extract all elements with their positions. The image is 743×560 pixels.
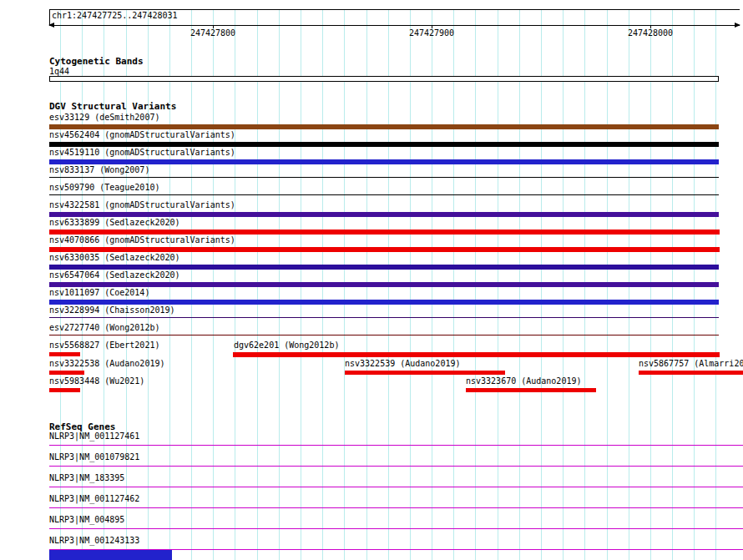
panel-top-border bbox=[49, 9, 740, 10]
variant-label[interactable]: nsv4070866 (gnomADStructuralVariants) bbox=[49, 235, 235, 245]
variant-label[interactable]: nsv3323670 (Audano2019) bbox=[466, 376, 581, 386]
variant-bar[interactable] bbox=[49, 282, 719, 287]
variant-label[interactable]: nsv4519110 (gnomADStructuralVariants) bbox=[49, 148, 235, 157]
ruler-left-arrow-icon bbox=[48, 23, 54, 28]
variant-bar[interactable] bbox=[466, 388, 596, 392]
region-title: chr1:247427725..247428031 bbox=[52, 11, 178, 20]
gene-line[interactable] bbox=[49, 528, 743, 529]
variant-bar[interactable] bbox=[49, 230, 720, 235]
gene-label[interactable]: NLRP3|NM_001127462 bbox=[49, 494, 139, 503]
gene-label[interactable]: NLRP3|NM_001127461 bbox=[49, 431, 139, 441]
variant-bar[interactable] bbox=[49, 159, 719, 164]
variant-bar[interactable] bbox=[49, 124, 719, 129]
gene-line[interactable] bbox=[49, 445, 743, 446]
variant-label[interactable]: nsv4562404 (gnomADStructuralVariants) bbox=[49, 130, 235, 139]
variant-bar[interactable] bbox=[49, 194, 719, 195]
dgv-section-title: DGV Structural Variants bbox=[49, 102, 176, 111]
cytoband-rect bbox=[49, 76, 719, 82]
variant-bar[interactable] bbox=[49, 212, 719, 217]
variant-bar[interactable] bbox=[49, 371, 84, 375]
variant-label[interactable]: nsv5568827 (Ebert2021) bbox=[49, 341, 159, 350]
variant-bar[interactable] bbox=[49, 247, 720, 252]
variant-bar[interactable] bbox=[49, 388, 80, 392]
variant-bar[interactable] bbox=[49, 177, 719, 178]
gene-label[interactable]: NLRP3|NM_183395 bbox=[49, 473, 124, 482]
variant-bar[interactable] bbox=[49, 335, 719, 335]
variant-bar[interactable] bbox=[49, 317, 719, 318]
variant-label[interactable]: nsv509790 (Teague2010) bbox=[49, 183, 159, 192]
refseq-section-title: RefSeq Genes bbox=[49, 422, 115, 431]
variant-bar[interactable] bbox=[233, 352, 720, 357]
ruler-tick-label: 247427800 bbox=[190, 28, 235, 38]
variant-bar[interactable] bbox=[49, 300, 719, 305]
ruler-right-arrow-icon bbox=[735, 23, 740, 28]
variant-label[interactable]: nsv5867757 (Almarri20 bbox=[639, 359, 743, 368]
variant-bar[interactable] bbox=[639, 371, 743, 375]
variant-label[interactable]: nsv6330035 (Sedlazeck2020) bbox=[49, 253, 180, 262]
cytoband-label: 1q44 bbox=[49, 67, 69, 76]
gene-label[interactable]: NLRP3|NM_001243133 bbox=[49, 536, 139, 545]
gene-line[interactable] bbox=[49, 487, 743, 487]
variant-label[interactable]: dgv62e201 (Wong2012b) bbox=[234, 341, 339, 350]
cytogenetic-section-title: Cytogenetic Bands bbox=[49, 57, 144, 66]
variant-label[interactable]: esv2727740 (Wong2012b) bbox=[49, 323, 159, 332]
variant-label[interactable]: nsv5983448 (Wu2021) bbox=[49, 376, 144, 386]
variant-label[interactable]: nsv1011097 (Coe2014) bbox=[49, 288, 149, 297]
gene-label[interactable]: NLRP3|NM_004895 bbox=[49, 515, 124, 524]
variant-label[interactable]: esv33129 (deSmith2007) bbox=[49, 113, 159, 122]
gene-line[interactable] bbox=[49, 507, 743, 508]
variant-label[interactable]: nsv3228994 (Chaisson2019) bbox=[49, 305, 175, 315]
ruler-tick-label: 247428000 bbox=[628, 28, 673, 38]
bottom-feature-box[interactable] bbox=[49, 550, 172, 560]
ruler-line bbox=[49, 25, 740, 26]
variant-label[interactable]: nsv3322539 (Audano2019) bbox=[345, 359, 460, 368]
variant-bar[interactable] bbox=[345, 371, 505, 375]
variant-label[interactable]: nsv4322581 (gnomADStructuralVariants) bbox=[49, 200, 235, 209]
variant-bar[interactable] bbox=[49, 265, 719, 270]
variant-label[interactable]: nsv833137 (Wong2007) bbox=[49, 165, 149, 174]
genome-browser-view: chr1:247427725..247428031 24742780024742… bbox=[0, 0, 743, 560]
gene-line[interactable] bbox=[49, 466, 743, 467]
gene-label[interactable]: NLRP3|NM_001079821 bbox=[49, 452, 139, 462]
variant-bar[interactable] bbox=[49, 352, 80, 356]
variant-label[interactable]: nsv6333899 (Sedlazeck2020) bbox=[49, 218, 180, 227]
variant-label[interactable]: nsv3322538 (Audano2019) bbox=[49, 359, 164, 368]
ruler-tick-label: 247427900 bbox=[409, 28, 454, 38]
variant-label[interactable]: nsv6547064 (Sedlazeck2020) bbox=[49, 270, 180, 280]
variant-bar[interactable] bbox=[49, 142, 719, 147]
